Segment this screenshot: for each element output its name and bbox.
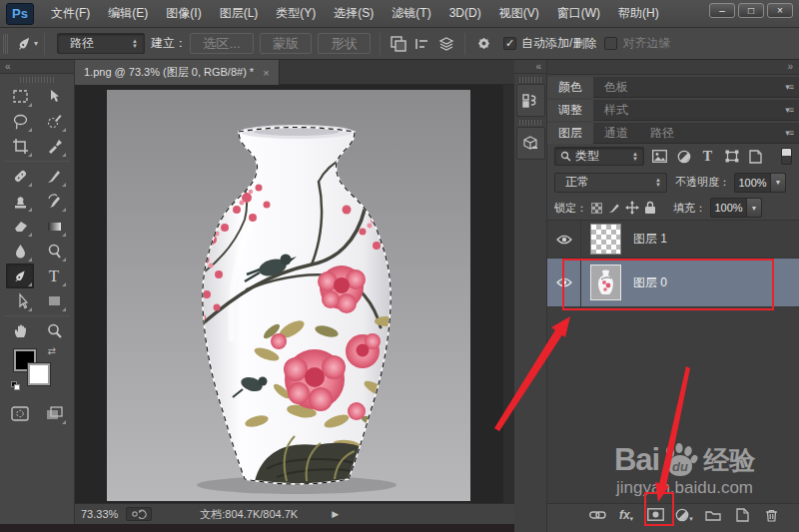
path-arrangement-icon[interactable] <box>434 32 458 56</box>
dropdown-arrow-icon[interactable]: ▼ <box>746 199 761 217</box>
layer1-thumbnail[interactable] <box>590 224 621 255</box>
lasso-tool[interactable] <box>6 109 34 134</box>
tab-channels[interactable]: 通道 <box>593 123 639 144</box>
swap-colors-icon[interactable]: ⇄ <box>48 345 56 356</box>
tab-paths[interactable]: 路径 <box>639 123 685 144</box>
menu-filter[interactable]: 滤镜(T) <box>383 0 439 27</box>
move-tool[interactable] <box>40 84 68 109</box>
filter-pixel-layers-icon[interactable] <box>651 148 668 165</box>
opacity-field[interactable]: 100% ▼ <box>734 173 786 193</box>
layer-name[interactable]: 图层 1 <box>633 231 667 248</box>
layer-row-0[interactable]: 图层 0 <box>547 259 799 307</box>
screen-mode-button[interactable] <box>40 401 68 426</box>
tab-layers[interactable]: 图层 <box>547 123 593 144</box>
panel-menu-icon[interactable]: ▾≡ <box>785 105 799 115</box>
new-adjustment-layer-icon[interactable]: ▾ <box>674 507 694 523</box>
visibility-cell[interactable] <box>547 221 581 258</box>
dodge-tool[interactable] <box>40 239 68 264</box>
layer-name[interactable]: 图层 0 <box>633 274 667 291</box>
minimize-button[interactable]: – <box>709 3 735 18</box>
history-brush-tool[interactable] <box>40 189 68 214</box>
document-tab[interactable]: 1.png @ 73.3% (图层 0, RGB/8#) * × <box>75 60 280 85</box>
gradient-tool[interactable] <box>40 214 68 239</box>
menu-3d[interactable]: 3D(D) <box>440 0 490 27</box>
menu-view[interactable]: 视图(V) <box>490 0 548 27</box>
link-layers-icon[interactable] <box>587 507 607 523</box>
panel-drag-edge[interactable] <box>503 85 514 503</box>
filter-adjustment-layers-icon[interactable] <box>675 148 692 165</box>
visibility-cell[interactable] <box>547 259 581 306</box>
tab-adjustments[interactable]: 调整 <box>547 100 593 121</box>
brush-tool[interactable] <box>40 164 68 189</box>
panel-menu-icon[interactable]: ▾≡ <box>785 82 799 92</box>
new-layer-icon[interactable] <box>732 507 752 523</box>
hand-tool[interactable] <box>6 318 34 343</box>
layer-row-1[interactable]: 图层 1 <box>547 221 799 259</box>
zoom-level-field[interactable]: 73.33% <box>81 508 118 520</box>
path-operations-icon[interactable] <box>387 32 410 56</box>
tab-color[interactable]: 颜色 <box>547 77 593 98</box>
strip-gripper[interactable] <box>519 120 541 126</box>
zoom-tool[interactable] <box>40 318 68 343</box>
filter-type-layers-icon[interactable]: T <box>699 148 716 165</box>
strip-gripper[interactable] <box>519 77 541 83</box>
dropdown-arrow-icon[interactable]: ▼ <box>770 174 785 192</box>
tool-mode-dropdown[interactable]: 路径 ▲▼ <box>57 33 145 54</box>
tab-styles[interactable]: 样式 <box>593 100 639 121</box>
history-panel-icon[interactable] <box>516 84 545 117</box>
background-color-swatch[interactable] <box>28 363 50 385</box>
menu-edit[interactable]: 编辑(E) <box>99 0 157 27</box>
panel-menu-icon[interactable]: ▾≡ <box>785 128 799 138</box>
quick-mask-button[interactable] <box>6 401 34 426</box>
filter-toggle-switch[interactable] <box>781 148 792 165</box>
menu-help[interactable]: 帮助(H) <box>609 0 668 27</box>
tools-gripper[interactable] <box>20 77 54 83</box>
clone-stamp-tool[interactable] <box>6 189 34 214</box>
menu-layer[interactable]: 图层(L) <box>211 0 268 27</box>
maximize-button[interactable]: □ <box>738 3 764 18</box>
pen-tool[interactable] <box>6 264 34 288</box>
filter-kind-dropdown[interactable]: 类型 ▲▼ <box>554 147 644 166</box>
path-alignment-icon[interactable] <box>410 32 434 56</box>
add-layer-mask-button[interactable] <box>645 507 665 523</box>
layer0-thumbnail[interactable] <box>590 265 621 300</box>
crop-tool[interactable] <box>6 134 34 159</box>
status-arrow-icon[interactable]: ▶ <box>332 509 339 519</box>
fill-field[interactable]: 100% ▼ <box>710 198 762 218</box>
pen-tool-preset-icon[interactable] <box>12 32 36 56</box>
options-gripper[interactable] <box>3 34 8 54</box>
filter-smart-objects-icon[interactable] <box>747 148 764 165</box>
pen-preset-caret-icon[interactable]: ▾ <box>34 39 38 48</box>
make-selection-button[interactable]: 选区... <box>190 33 254 54</box>
eyedropper-tool[interactable] <box>40 134 68 159</box>
gear-icon[interactable] <box>471 32 495 56</box>
layer-style-fx-icon[interactable]: fx▾ <box>616 507 636 523</box>
menu-window[interactable]: 窗口(W) <box>548 0 609 27</box>
delete-layer-trash-icon[interactable] <box>761 507 781 523</box>
menu-file[interactable]: 文件(F) <box>42 0 99 27</box>
healing-brush-tool[interactable] <box>6 164 34 189</box>
close-button[interactable]: × <box>767 3 793 18</box>
lock-all-icon[interactable] <box>641 200 659 216</box>
canvas-workspace[interactable] <box>75 85 514 503</box>
new-group-icon[interactable] <box>703 507 723 523</box>
rectangular-marquee-tool[interactable] <box>6 84 34 109</box>
tools-collapse-header[interactable]: « <box>0 60 74 74</box>
menu-image[interactable]: 图像(I) <box>157 0 210 27</box>
blend-mode-dropdown[interactable]: 正常 ▲▼ <box>554 173 667 193</box>
lock-transparency-icon[interactable] <box>587 200 605 216</box>
type-tool[interactable]: T <box>40 264 68 288</box>
make-mask-button[interactable]: 蒙版 <box>260 33 313 54</box>
align-edges-checkbox[interactable] <box>604 37 617 50</box>
make-shape-button[interactable]: 形状 <box>318 33 371 54</box>
panels-collapse-header[interactable]: » <box>547 60 799 75</box>
default-colors-icon[interactable] <box>11 381 21 391</box>
path-selection-tool[interactable] <box>6 288 34 313</box>
eraser-tool[interactable] <box>6 214 34 239</box>
strip-collapse-header[interactable]: « <box>514 60 546 74</box>
tab-swatches[interactable]: 色板 <box>593 77 639 98</box>
lock-position-icon[interactable] <box>623 200 641 216</box>
menu-select[interactable]: 选择(S) <box>325 0 383 27</box>
quick-selection-tool[interactable] <box>40 109 68 134</box>
tab-close-icon[interactable]: × <box>263 67 269 79</box>
